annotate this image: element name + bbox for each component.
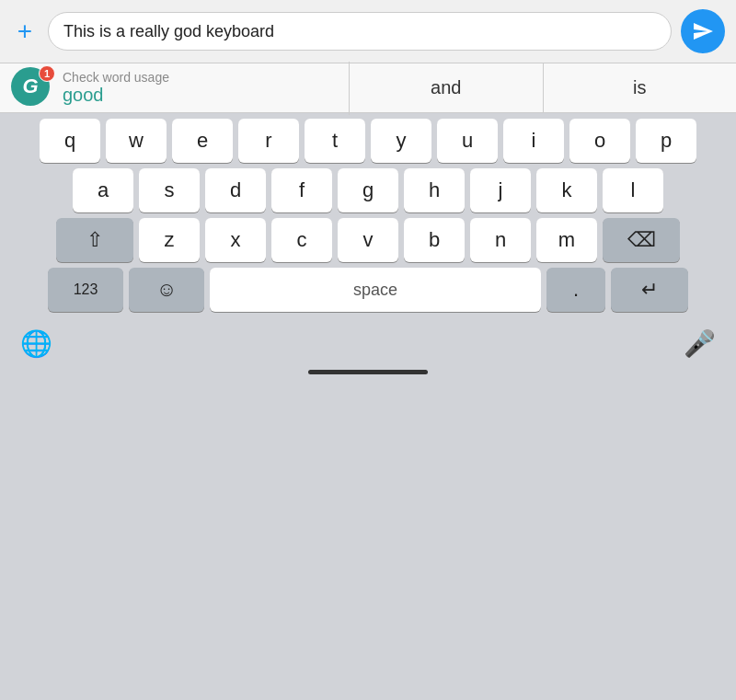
message-input[interactable] xyxy=(48,12,672,51)
number-label: 123 xyxy=(74,281,98,298)
space-key[interactable]: space xyxy=(210,268,541,312)
autocomplete-word-2[interactable]: is xyxy=(544,63,737,112)
home-indicator-bar xyxy=(308,370,428,374)
emoji-key[interactable]: ☺ xyxy=(129,268,204,312)
return-key[interactable]: ↵ xyxy=(611,268,688,312)
key-h[interactable]: h xyxy=(404,168,465,212)
key-l[interactable]: l xyxy=(603,168,663,212)
key-v[interactable]: v xyxy=(338,218,398,262)
suggestion-word: good xyxy=(63,85,169,106)
key-r[interactable]: r xyxy=(238,119,299,163)
globe-icon[interactable]: 🌐 xyxy=(20,328,52,359)
plus-button[interactable]: + xyxy=(11,17,39,46)
shift-key[interactable]: ⇧ xyxy=(56,218,133,262)
key-t[interactable]: t xyxy=(305,119,365,163)
notification-badge: 1 xyxy=(39,65,55,82)
mic-icon[interactable]: 🎤 xyxy=(684,328,716,359)
top-bar: + xyxy=(0,0,736,63)
key-g[interactable]: g xyxy=(338,168,398,212)
return-icon: ↵ xyxy=(641,278,658,302)
key-m[interactable]: m xyxy=(536,218,597,262)
key-row-2: asdfghjkl xyxy=(0,163,736,212)
key-e[interactable]: e xyxy=(172,119,233,163)
key-y[interactable]: y xyxy=(371,119,431,163)
number-key[interactable]: 123 xyxy=(48,268,123,312)
grammarly-suggestion[interactable]: G 1 Check word usage good xyxy=(0,62,350,115)
autocomplete-word-1[interactable]: and xyxy=(350,63,544,112)
key-n[interactable]: n xyxy=(470,218,531,262)
key-f[interactable]: f xyxy=(271,168,332,212)
autocomplete-bar: G 1 Check word usage good and is xyxy=(0,63,736,113)
key-p[interactable]: p xyxy=(636,119,696,163)
home-indicator xyxy=(0,362,736,378)
key-row-3: ⇧ zxcvbnm ⌫ xyxy=(0,212,736,262)
period-key[interactable]: . xyxy=(546,268,605,312)
emoji-icon: ☺ xyxy=(156,278,177,302)
key-i[interactable]: i xyxy=(503,119,564,163)
key-q[interactable]: q xyxy=(40,119,100,163)
key-a[interactable]: a xyxy=(73,168,133,212)
key-row-4: 123 ☺ space . ↵ xyxy=(0,262,736,316)
key-z[interactable]: z xyxy=(139,218,200,262)
key-row-1: qwertyuiop xyxy=(0,113,736,163)
key-d[interactable]: d xyxy=(205,168,266,212)
key-o[interactable]: o xyxy=(569,119,630,163)
shift-icon: ⇧ xyxy=(86,228,103,252)
backspace-key[interactable]: ⌫ xyxy=(603,218,680,262)
key-x[interactable]: x xyxy=(205,218,266,262)
keyboard: qwertyuiop asdfghjkl ⇧ zxcvbnm ⌫ 123 ☺ s… xyxy=(0,113,736,316)
space-label: space xyxy=(353,281,397,300)
send-button[interactable] xyxy=(681,9,725,53)
key-k[interactable]: k xyxy=(536,168,597,212)
key-c[interactable]: c xyxy=(271,218,332,262)
key-j[interactable]: j xyxy=(470,168,531,212)
suggestion-label: Check word usage xyxy=(63,70,169,85)
grammarly-logo: G 1 xyxy=(11,67,53,109)
backspace-icon: ⌫ xyxy=(627,228,656,252)
key-b[interactable]: b xyxy=(404,218,465,262)
key-s[interactable]: s xyxy=(139,168,200,212)
send-icon xyxy=(692,20,714,42)
bottom-bar: 🌐 🎤 xyxy=(0,316,736,362)
suggestion-text: Check word usage good xyxy=(63,70,169,106)
period-label: . xyxy=(573,278,579,302)
key-w[interactable]: w xyxy=(106,119,167,163)
key-u[interactable]: u xyxy=(437,119,498,163)
